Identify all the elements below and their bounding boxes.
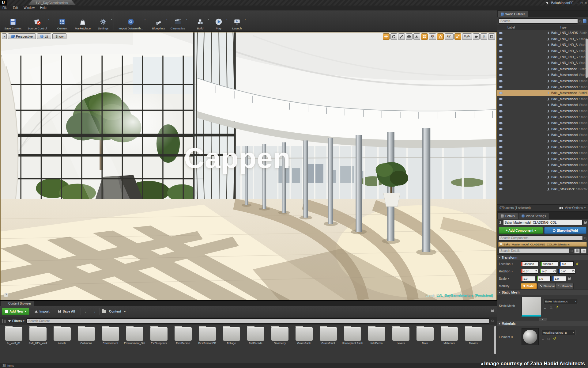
forward-button[interactable]: → <box>91 309 97 314</box>
outliner-row[interactable]: Baku_Mastermodel StaticMeshAc <box>497 96 588 102</box>
search-details-input[interactable] <box>499 248 569 253</box>
move-tool-button[interactable] <box>383 33 390 40</box>
tab-content-browser[interactable]: Content Browser <box>1 301 34 306</box>
reset-material-icon[interactable]: ↺ <box>553 337 556 341</box>
use-selected-material-icon[interactable]: ← <box>541 337 545 341</box>
outliner-row[interactable]: Baku_LND_LANDS StaticMeshAc <box>497 30 588 36</box>
outliner-search-input[interactable] <box>499 18 578 24</box>
import-datasmith-caret[interactable]: ▾ <box>144 18 145 21</box>
rotation-snap-value[interactable]: 10°▾ <box>445 33 453 40</box>
menu-window[interactable]: Window <box>24 6 35 9</box>
outliner-row[interactable]: Baku_Mastermodel StaticMeshAc <box>497 138 588 144</box>
folder-tile[interactable]: Collisions <box>74 327 98 348</box>
world-local-button[interactable] <box>406 33 413 40</box>
outliner-filter-icon[interactable] <box>583 19 586 23</box>
outliner-row[interactable]: Baku_Mastermodel StaticMeshAc <box>497 120 588 126</box>
component-row-selected[interactable]: Baku_Mastermodel_CLADDING_COLUMS(Instanc <box>498 242 587 247</box>
location-label[interactable]: Location▾ <box>499 262 521 266</box>
mobility-static-button[interactable]: Static <box>521 283 537 289</box>
column-label[interactable]: Label <box>497 26 560 29</box>
folder-tile[interactable]: KiteDemo <box>365 327 388 348</box>
folder-tile[interactable]: Environment <box>99 327 122 348</box>
static-mesh-section-header[interactable]: ▾Static Mesh <box>497 290 588 295</box>
import-datasmith-button[interactable]: Import Datasmith... <box>115 11 146 31</box>
visibility-eye-icon[interactable] <box>499 86 503 88</box>
visibility-eye-icon[interactable] <box>499 128 503 130</box>
visibility-eye-icon[interactable] <box>499 62 503 64</box>
folder-tile[interactable]: Movies <box>462 327 485 348</box>
show-button[interactable]: Show <box>52 33 66 39</box>
save-current-button[interactable]: Save Current <box>1 11 24 31</box>
browse-to-asset-icon[interactable] <box>550 306 552 309</box>
transform-section-header[interactable]: ▾Transform <box>497 255 588 260</box>
folder-tile[interactable]: Assets <box>50 327 74 348</box>
outliner-row[interactable]: Baku_LND_LND_S StaticMeshAc <box>497 36 588 42</box>
visibility-eye-icon[interactable] <box>499 92 503 94</box>
outliner-row[interactable]: Baku_Mastermodel StaticMeshAc <box>497 132 588 138</box>
outliner-row[interactable]: Baku_Mastermodel StaticMeshAc <box>497 108 588 114</box>
blueprint-add-button[interactable]: Blueprint/Add <box>544 227 586 234</box>
outliner-row[interactable]: Baku_StairsBack StaticMeshAc <box>497 186 588 192</box>
visibility-eye-icon[interactable] <box>499 68 503 70</box>
tab-world-outliner[interactable]: World Outliner <box>498 11 528 17</box>
content-browser-scrollbar[interactable] <box>494 326 496 354</box>
folder-tile[interactable]: Geometry <box>268 327 292 348</box>
camera-speed-value[interactable]: 4▾ <box>481 33 487 40</box>
mobility-movable-button[interactable]: Movable <box>556 283 574 289</box>
level-viewport[interactable]: Cappen ▾ Perspective Lit Show <box>0 32 497 300</box>
folder-tile[interactable]: Main <box>413 327 437 348</box>
reset-location-icon[interactable]: ↺ <box>576 262 579 266</box>
outliner-row[interactable]: Baku_LND_LND_S StaticMeshAc <box>497 42 588 48</box>
scale-label[interactable]: Scale▾ <box>499 277 521 280</box>
visibility-eye-icon[interactable] <box>499 176 503 178</box>
launch-button[interactable]: Launch <box>228 11 247 31</box>
outliner-row[interactable]: Baku_Mastermodel StaticMeshAc <box>497 78 588 84</box>
source-control-button[interactable]: Source Control <box>24 11 50 31</box>
display-filter-button[interactable] <box>581 248 586 253</box>
add-component-button[interactable]: + Add Component▾ <box>499 227 543 234</box>
scale-z-field[interactable]: 1.0 <box>552 276 566 281</box>
use-selected-asset-icon[interactable]: ← <box>544 306 547 309</box>
rotation-y-field[interactable]: 0.0° <box>540 269 557 274</box>
sources-panel-toggle-icon[interactable] <box>2 319 6 323</box>
details-lock-icon[interactable] <box>584 222 586 224</box>
folder-tile[interactable]: Environment_Set <box>123 327 146 348</box>
folder-tile[interactable]: FirstPersonBP <box>195 327 219 348</box>
outliner-row[interactable]: Baku_Mastermodel StaticMeshAc <box>497 114 588 120</box>
rotation-z-field[interactable]: 0.0° <box>558 269 575 274</box>
search-components-input[interactable] <box>499 235 583 241</box>
browse-to-material-icon[interactable] <box>547 338 550 340</box>
outliner-row[interactable]: Baku_Mastermodel StaticMeshAc <box>497 84 588 90</box>
scale-lock-icon[interactable] <box>568 278 571 280</box>
surface-snap-button[interactable] <box>413 33 420 40</box>
visibility-eye-icon[interactable] <box>499 122 503 124</box>
minimize-button[interactable]: – <box>577 1 579 5</box>
settings-caret[interactable]: ▾ <box>111 18 112 21</box>
maximize-button[interactable]: □ <box>581 1 582 5</box>
visibility-eye-icon[interactable] <box>499 164 503 166</box>
mobility-stationary-button[interactable]: Stationary <box>537 283 555 289</box>
visibility-eye-icon[interactable] <box>499 158 503 160</box>
import-button[interactable]: Import <box>31 308 53 315</box>
visibility-eye-icon[interactable] <box>499 44 503 46</box>
visibility-eye-icon[interactable] <box>499 80 503 82</box>
location-z-field[interactable]: 0.0 <box>560 261 574 266</box>
blueprints-button[interactable]: Blueprints <box>149 11 168 31</box>
add-new-button[interactable]: Add New▾ <box>2 308 29 315</box>
viewport-options-button[interactable]: ▾ <box>2 33 7 39</box>
column-type[interactable]: Type <box>560 26 588 29</box>
rotation-snap-toggle[interactable] <box>437 33 444 40</box>
scale-y-field[interactable]: 1.0 <box>537 276 551 281</box>
visibility-eye-icon[interactable] <box>499 140 503 142</box>
reset-mesh-icon[interactable]: ↺ <box>556 305 558 309</box>
location-y-field[interactable]: 90000.0 <box>540 261 558 266</box>
maximize-viewport-button[interactable] <box>488 33 495 40</box>
tab-details[interactable]: Details <box>498 213 518 219</box>
outliner-row[interactable]: Baku_Mastermodel StaticMeshAc <box>497 168 588 174</box>
close-button[interactable]: × <box>585 1 587 5</box>
folder-tile[interactable]: Foliage <box>220 327 243 348</box>
folder-tile[interactable]: AMI_UE4_vol4 <box>26 327 50 348</box>
visibility-eye-icon[interactable] <box>499 182 503 184</box>
breadcrumb-caret[interactable]: ▸ <box>124 310 126 313</box>
outliner-row[interactable]: Baku_Mastermode StaticMeshAc <box>497 90 588 96</box>
